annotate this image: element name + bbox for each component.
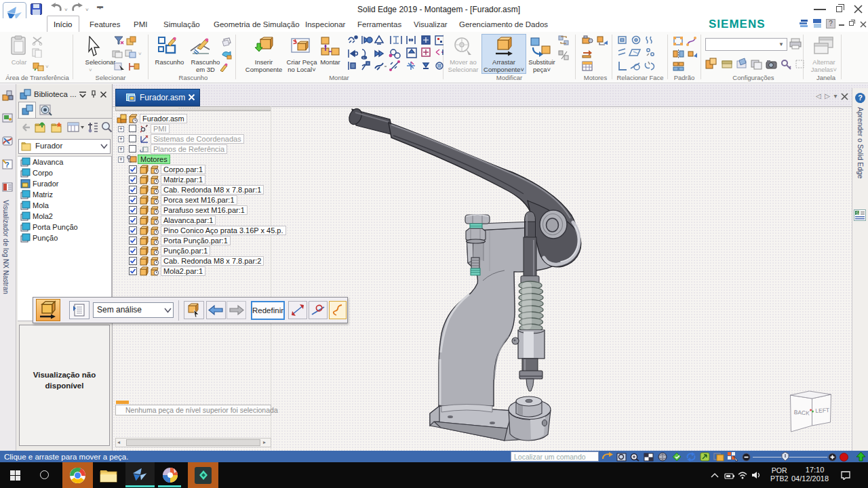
svg-text:LEFT: LEFT (815, 407, 829, 414)
svg-text:S: S (856, 211, 859, 216)
svg-text:BACK: BACK (793, 409, 810, 417)
